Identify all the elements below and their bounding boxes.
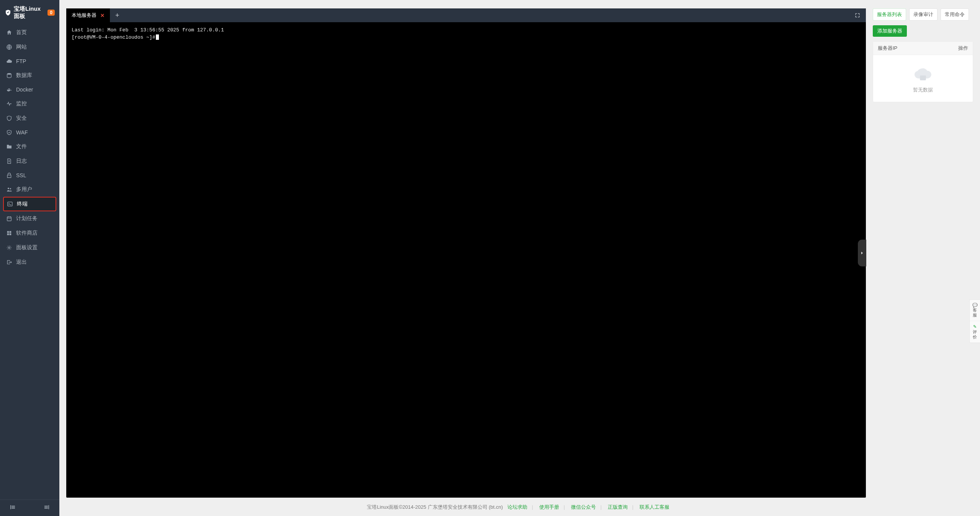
- nav-software[interactable]: 软件商店: [0, 226, 59, 240]
- folder-icon: [6, 144, 12, 150]
- shield-check-icon: [6, 129, 12, 136]
- nav-ftp[interactable]: FTP: [0, 54, 59, 68]
- svg-rect-4: [8, 202, 12, 206]
- nav-settings[interactable]: 面板设置: [0, 240, 59, 255]
- footer: 宝塔Linux面板©2014-2025 广东堡塔安全技术有限公司 (bt.cn)…: [59, 498, 980, 516]
- nav-site[interactable]: 网站: [0, 40, 59, 54]
- footer-link-license[interactable]: 正版查询: [608, 504, 628, 510]
- nav-database[interactable]: 数据库: [0, 68, 59, 83]
- nav-logs[interactable]: 日志: [0, 154, 59, 168]
- svg-rect-8: [7, 234, 9, 235]
- home-icon: [6, 29, 12, 36]
- nav-label: 计划任务: [16, 215, 38, 222]
- float-support-button[interactable]: 💬客服: [970, 300, 980, 322]
- cloud-icon: [6, 58, 12, 64]
- globe-icon: [6, 44, 12, 50]
- docker-icon: [6, 87, 12, 93]
- terminal-tabs: 本地服务器 ✕ +: [66, 8, 866, 22]
- empty-icon: [913, 67, 933, 82]
- brand-badge[interactable]: 0: [47, 10, 55, 16]
- shield-icon: [6, 115, 12, 121]
- edit-icon: ✎: [973, 324, 977, 329]
- nav-monitor[interactable]: 监控: [0, 96, 59, 111]
- monitor-icon: [6, 101, 12, 107]
- nav-terminal[interactable]: 终端: [3, 197, 56, 211]
- terminal-body[interactable]: Last login: Mon Feb 3 13:56:55 2025 from…: [66, 22, 866, 498]
- terminal-panel: 本地服务器 ✕ + Last login: Mon Feb 3 13:56:55…: [66, 8, 866, 498]
- nav-label: WAF: [16, 129, 28, 136]
- footer-link-forum[interactable]: 论坛求助: [507, 504, 527, 510]
- collapse-right-icon[interactable]: [43, 504, 50, 511]
- brand-logo-icon: [5, 9, 11, 16]
- fullscreen-icon[interactable]: [849, 12, 866, 18]
- apps-icon: [6, 230, 12, 236]
- nav: 首页 网站 FTP 数据库 Docker 监控 安全 WAF 文件 日志 SSL…: [0, 25, 59, 500]
- nav-label: 日志: [16, 158, 27, 165]
- server-list-header: 服务器IP 操作: [873, 42, 973, 55]
- nav-label: SSL: [16, 172, 26, 178]
- terminal-line-2: [root@VM-0-4-opencloudos ~]#: [72, 34, 155, 40]
- footer-link-wechat[interactable]: 微信公众号: [571, 504, 596, 510]
- users-icon: [6, 186, 12, 193]
- svg-point-10: [8, 247, 10, 248]
- server-list-panel: 服务器IP 操作 暂无数据: [873, 41, 973, 102]
- right-panel: 服务器列表 录像审计 常用命令 添加服务器 服务器IP 操作 暂无数据: [873, 8, 973, 498]
- nav-label: 面板设置: [16, 244, 38, 251]
- add-server-button[interactable]: 添加服务器: [873, 25, 907, 37]
- nav-label: 文件: [16, 143, 27, 150]
- chat-icon: 💬: [972, 303, 978, 307]
- terminal-line-1: Last login: Mon Feb 3 13:56:55 2025 from…: [72, 27, 224, 33]
- nav-label: 终端: [17, 201, 28, 207]
- tab-common-commands[interactable]: 常用命令: [941, 8, 969, 21]
- server-list-empty: 暂无数据: [873, 55, 973, 102]
- empty-text: 暂无数据: [877, 87, 969, 93]
- lock-icon: [6, 172, 12, 178]
- nav-multiuser[interactable]: 多用户: [0, 182, 59, 197]
- gear-icon: [6, 245, 12, 251]
- nav-label: 多用户: [16, 186, 32, 193]
- tab-record-audit[interactable]: 录像审计: [909, 8, 937, 21]
- col-operation: 操作: [958, 45, 968, 52]
- nav-cron[interactable]: 计划任务: [0, 211, 59, 226]
- close-icon[interactable]: ✕: [100, 13, 105, 18]
- sidebar: 宝塔Linux面板 0 首页 网站 FTP 数据库 Docker 监控 安全 W…: [0, 0, 59, 516]
- svg-rect-9: [10, 234, 11, 235]
- footer-link-support[interactable]: 联系人工客服: [640, 504, 669, 510]
- main: 本地服务器 ✕ + Last login: Mon Feb 3 13:56:55…: [59, 0, 980, 516]
- copyright: 宝塔Linux面板©2014-2025 广东堡塔安全技术有限公司 (bt.cn): [367, 504, 503, 510]
- nav-label: Docker: [16, 87, 33, 93]
- calendar-icon: [6, 216, 12, 222]
- collapse-left-icon[interactable]: [9, 504, 16, 511]
- svg-rect-6: [7, 231, 9, 233]
- nav-docker[interactable]: Docker: [0, 83, 59, 96]
- nav-waf[interactable]: WAF: [0, 126, 59, 139]
- footer-link-manual[interactable]: 使用手册: [539, 504, 559, 510]
- svg-rect-11: [920, 75, 926, 80]
- sidebar-footer: [0, 500, 59, 516]
- nav-files[interactable]: 文件: [0, 139, 59, 154]
- add-tab-button[interactable]: +: [110, 11, 125, 20]
- nav-home[interactable]: 首页: [0, 25, 59, 40]
- brand[interactable]: 宝塔Linux面板 0: [0, 0, 59, 25]
- float-tools: 💬客服 ✎评价: [969, 299, 980, 343]
- float-feedback-button[interactable]: ✎评价: [970, 321, 980, 343]
- tab-server-list[interactable]: 服务器列表: [873, 8, 906, 21]
- nav-label: 安全: [16, 115, 27, 122]
- svg-point-3: [10, 188, 11, 189]
- right-tabs: 服务器列表 录像审计 常用命令: [873, 8, 973, 21]
- nav-security[interactable]: 安全: [0, 111, 59, 126]
- svg-rect-5: [7, 217, 11, 221]
- nav-label: 数据库: [16, 72, 32, 79]
- document-icon: [6, 158, 12, 164]
- nav-label: FTP: [16, 58, 26, 64]
- svg-point-1: [7, 73, 11, 75]
- nav-ssl[interactable]: SSL: [0, 168, 59, 182]
- svg-rect-7: [10, 231, 11, 233]
- nav-label: 网站: [16, 44, 27, 51]
- collapse-right-handle[interactable]: [858, 240, 866, 266]
- col-server-ip: 服务器IP: [878, 45, 897, 52]
- nav-logout[interactable]: 退出: [0, 255, 59, 269]
- brand-title: 宝塔Linux面板: [14, 5, 44, 20]
- terminal-tab[interactable]: 本地服务器 ✕: [66, 8, 110, 22]
- logout-icon: [6, 259, 12, 265]
